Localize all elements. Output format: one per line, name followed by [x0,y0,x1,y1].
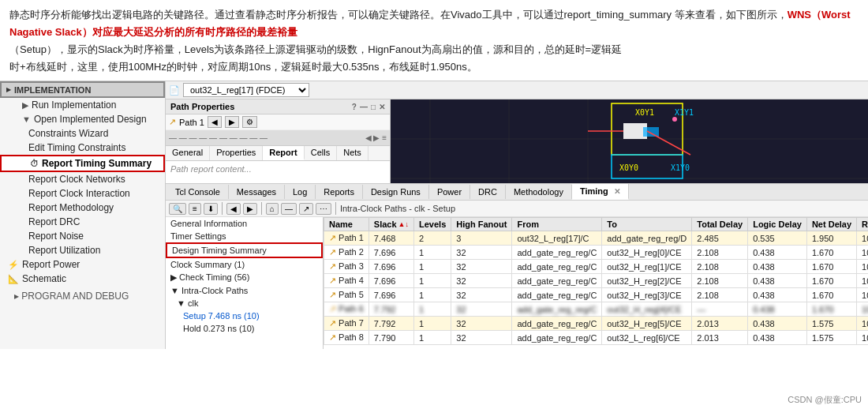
nav-next-button[interactable]: ▶ [225,116,239,128]
table-cell-0: ↗ Path 6 [324,302,369,317]
timing-diagram-svg: X0Y1 X1Y1 X0Y0 X1Y0 [391,99,868,183]
methodology-label: Report Methodology [28,202,114,213]
col-slack[interactable]: Slack ▲↓ [369,218,413,231]
main-layout: ▸ IMPLEMENTATION ▶ Run Implementation ▼ … [0,81,868,349]
tab-nets[interactable]: Nets [337,146,369,160]
tree-timer-settings[interactable]: Timer Settings [166,230,323,242]
col-from[interactable]: From [512,218,602,231]
toolbar-back-button[interactable]: ◀ [226,203,241,215]
table-row[interactable]: ↗ Path 87.790132add_gate_reg_reg/Cout32_… [324,331,869,345]
tab-log[interactable]: Log [285,185,316,199]
col-highfanout[interactable]: High Fanout [451,218,512,231]
table-row[interactable]: ↗ Path 37.696132add_gate_reg_reg/Cout32_… [324,260,869,274]
table-cell-9: 10.0 [857,231,868,246]
sidebar-item-clock-networks[interactable]: Report Clock Networks [0,172,165,186]
sidebar-item-power[interactable]: ⚡ Report Power [0,257,165,272]
table-cell-3: 3 [451,231,512,246]
help-icon[interactable]: ? [352,103,357,111]
col-req[interactable]: Requirement [857,218,868,231]
table-cell-2: 1 [414,288,451,302]
sidebar-item-constraints[interactable]: Constraints Wizard [0,126,165,141]
tab-design-runs[interactable]: Design Runs [363,185,429,199]
tab-messages[interactable]: Messages [229,185,285,199]
sidebar-item-clock-interaction[interactable]: Report Clock Interaction [0,186,165,201]
col-net-delay[interactable]: Net Delay [806,218,856,231]
tab-general[interactable]: General [166,146,210,160]
toolbar-sep1 [222,202,223,215]
col-req-label: Requirement [862,220,868,229]
tab-tcl-console[interactable]: Tcl Console [167,185,229,199]
col-levels[interactable]: Levels [414,218,451,231]
minimize-icon[interactable]: — [360,103,368,111]
tree-intra-clock[interactable]: ▼ Intra-Clock Paths [166,284,323,297]
tree-design-timing-summary[interactable]: Design Timing Summary [166,242,323,258]
sidebar-item-edit-timing[interactable]: Edit Timing Constraints [0,141,165,155]
table-row[interactable]: ↗ Path 67.792132add_gate_reg_reg/Cout32_… [324,302,869,317]
toolbar-search-button[interactable]: 🔍 [169,203,186,215]
tab-properties[interactable]: Properties [210,146,263,160]
col-total-delay[interactable]: Total Delay [692,218,748,231]
nav-settings-button[interactable]: ⚙ [242,116,257,128]
sidebar-item-noise[interactable]: Report Noise [0,229,165,243]
toolbar-home-button[interactable]: ⌂ [266,203,279,215]
table-cell-5: out32_L_reg[6]/CE [602,331,692,345]
table-cell-8: 1.670 [806,288,856,302]
sidebar-implementation-header[interactable]: ▸ IMPLEMENTATION [0,81,165,98]
tab-power[interactable]: Power [429,185,470,199]
tree-general-info[interactable]: General Information [166,217,323,230]
tree-setup[interactable]: Setup 7.468 ns (10) [166,310,323,322]
path-dropdown[interactable]: out32_L_reg[17] (FDCE) [183,83,309,97]
path-panel-icons: ? — □ ✕ [352,103,385,111]
table-row[interactable]: ↗ Path 47.696132add_gate_reg_reg/Cout32_… [324,274,869,288]
toolbar-minus-button[interactable]: — [281,203,297,215]
tab-drc[interactable]: DRC [470,185,506,199]
col-to[interactable]: To [602,218,692,231]
table-cell-7: 0.438 [748,317,807,331]
svg-text:X0Y1: X0Y1 [635,108,654,117]
close-icon[interactable]: ✕ [379,103,385,111]
timing-tab-close-icon[interactable]: ✕ [614,187,620,196]
sidebar-item-drc[interactable]: Report DRC [0,215,165,229]
table-row[interactable]: ↗ Path 77.792132add_gate_reg_reg/Cout32_… [324,317,869,331]
timing-icon: ⏱ [30,159,39,168]
sidebar-item-schematic[interactable]: 📐 Schematic [0,272,165,286]
table-cell-7: 0.438 [748,331,807,345]
table-row[interactable]: ↗ Path 57.696132add_gate_reg_reg/Cout32_… [324,288,869,302]
tree-check-timing[interactable]: ▶ Check Timing (56) [166,271,323,284]
toolbar-dots-button[interactable]: ⋯ [316,203,331,215]
sidebar-item-utilization[interactable]: Report Utilization [0,243,165,257]
col-logic-delay[interactable]: Logic Delay [748,218,807,231]
tab-properties-label: Properties [216,148,256,157]
table-row[interactable]: ↗ Path 27.696132add_gate_reg_reg/Cout32_… [324,246,869,260]
tree-hold[interactable]: Hold 0.273 ns (10) [166,322,323,335]
tab-reports[interactable]: Reports [316,185,363,199]
tab-report[interactable]: Report [263,146,304,160]
table-cell-8: 1.575 [806,317,856,331]
tab-cells[interactable]: Cells [305,146,337,160]
drc-label: DRC [478,187,497,197]
tab-methodology[interactable]: Methodology [506,185,572,199]
maximize-icon[interactable]: □ [371,103,376,111]
sidebar-item-report-timing[interactable]: ⏱ Report Timing Summary [0,155,165,172]
file-icon: 📄 [169,85,180,96]
toolbar-arrow-button[interactable]: ↗ [299,203,313,215]
table-row[interactable]: ↗ Path 17.46823out32_L_reg[17]/Cadd_gate… [324,231,869,246]
col-name[interactable]: Name [324,218,369,231]
path-info-area: Path report content... [166,161,390,183]
table-cell-5: out32_H_reg[5]/CE [602,317,692,331]
toolbar-fwd-button[interactable]: ▶ [243,203,257,215]
toolbar-export-button[interactable]: ⬇ [204,203,218,215]
tab-timing[interactable]: Timing ✕ [572,184,629,200]
sidebar-item-methodology[interactable]: Report Methodology [0,201,165,215]
table-cell-8: 1.670 [806,246,856,260]
sidebar-item-run-impl[interactable]: ▶ Run Implementation [0,98,165,112]
sidebar-item-program-debug[interactable]: ▸ PROGRAM AND DEBUG [0,289,165,303]
tree-clock-summary[interactable]: Clock Summary (1) [166,258,323,271]
toolbar-filter-button[interactable]: ≡ [189,203,201,215]
table-cell-7: 0.535 [748,231,807,246]
table-cell-7: 0.438 [748,288,807,302]
run-impl-label: Run Implementation [32,99,116,111]
nav-prev-button[interactable]: ◀ [208,116,222,128]
sidebar-item-open-impl[interactable]: ▼ Open Implemented Design [0,112,165,126]
tree-clk[interactable]: ▼ clk [166,297,323,310]
